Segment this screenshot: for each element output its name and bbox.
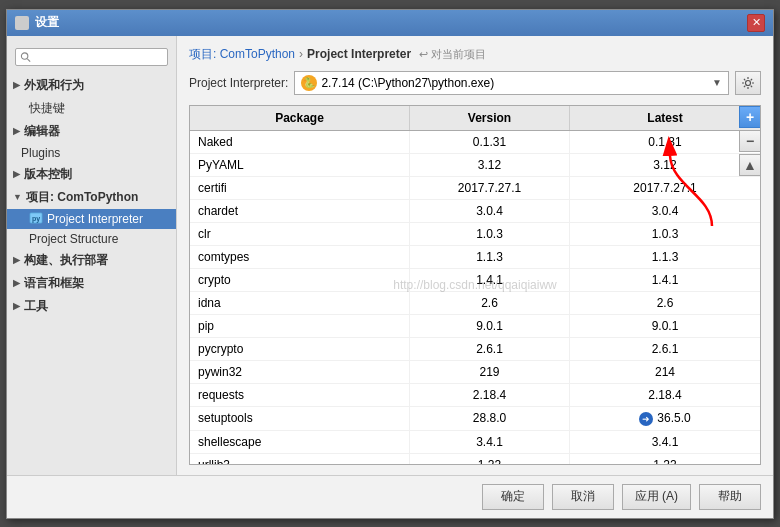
svg-point-4 (746, 80, 751, 85)
table-row[interactable]: setuptools28.8.0➜36.5.0 (190, 407, 760, 431)
table-row[interactable]: comtypes1.1.31.1.3 (190, 246, 760, 269)
cell-version: 2.18.4 (410, 384, 570, 406)
cell-latest: ➜36.5.0 (570, 407, 760, 430)
cell-latest: 1.4.1 (570, 269, 760, 291)
python-icon: 🐍 (301, 75, 317, 91)
cell-version: 28.8.0 (410, 407, 570, 430)
sidebar-item-tools[interactable]: ▶ 工具 (7, 295, 176, 318)
cell-package: shellescape (190, 431, 410, 453)
update-icon: ➜ (639, 412, 653, 426)
table-row[interactable]: urllib31.221.22 (190, 454, 760, 464)
table-body: Naked0.1.310.1.31PyYAML3.123.12certifi20… (190, 131, 760, 464)
close-button[interactable]: ✕ (747, 14, 765, 32)
add-package-button[interactable]: + (739, 106, 761, 128)
gear-icon (741, 76, 755, 90)
cell-latest: 1.0.3 (570, 223, 760, 245)
cell-version: 2.6.1 (410, 338, 570, 360)
interpreter-value: 2.7.14 (C:\Python27\python.exe) (321, 76, 708, 90)
cell-version: 3.0.4 (410, 200, 570, 222)
cell-version: 3.12 (410, 154, 570, 176)
cell-package: pycrypto (190, 338, 410, 360)
cell-latest: 1.1.3 (570, 246, 760, 268)
sidebar-item-keymap[interactable]: 快捷键 (7, 97, 176, 120)
sidebar-item-project[interactable]: ▼ 项目: ComToPython (7, 186, 176, 209)
cell-package: urllib3 (190, 454, 410, 464)
sidebar-item-build[interactable]: ▶ 构建、执行部署 (7, 249, 176, 272)
cell-version: 1.1.3 (410, 246, 570, 268)
cell-package: idna (190, 292, 410, 314)
cell-latest: 2.18.4 (570, 384, 760, 406)
title-bar-left: 设置 (15, 14, 59, 31)
main-content: 项目: ComToPython › Project Interpreter ↩ … (177, 36, 773, 475)
table-row[interactable]: chardet3.0.43.0.4 (190, 200, 760, 223)
table-row[interactable]: pip9.0.19.0.1 (190, 315, 760, 338)
table-row[interactable]: certifi2017.7.27.12017.7.27.1 (190, 177, 760, 200)
cell-package: certifi (190, 177, 410, 199)
table-row[interactable]: crypto1.4.11.4.1 (190, 269, 760, 292)
arrow-icon: ▶ (13, 301, 20, 311)
sidebar-item-plugins[interactable]: Plugins (7, 143, 176, 163)
cancel-button[interactable]: 取消 (552, 484, 614, 510)
table-row[interactable]: pywin32219214 (190, 361, 760, 384)
cell-latest: 2017.7.27.1 (570, 177, 760, 199)
arrow-icon: ▶ (13, 80, 20, 90)
cell-latest: 2.6 (570, 292, 760, 314)
sidebar-item-languages[interactable]: ▶ 语言和框架 (7, 272, 176, 295)
sidebar-item-project-structure[interactable]: Project Structure (7, 229, 176, 249)
search-input[interactable] (31, 51, 163, 63)
cell-package: PyYAML (190, 154, 410, 176)
table-header: Package Version Latest (190, 106, 760, 131)
table-row[interactable]: PyYAML3.123.12 (190, 154, 760, 177)
arrow-icon: ▶ (13, 169, 20, 179)
dialog-icon (15, 16, 29, 30)
breadcrumb: 项目: ComToPython › Project Interpreter ↩ … (189, 46, 761, 63)
remove-package-button[interactable]: − (739, 130, 761, 152)
cell-version: 1.4.1 (410, 269, 570, 291)
interpreter-icon: py (29, 212, 43, 226)
interpreter-label: Project Interpreter: (189, 76, 288, 90)
cell-package: chardet (190, 200, 410, 222)
cell-latest: 3.12 (570, 154, 760, 176)
cell-latest: 214 (570, 361, 760, 383)
sidebar-item-editor[interactable]: ▶ 编辑器 (7, 120, 176, 143)
table-row[interactable]: clr1.0.31.0.3 (190, 223, 760, 246)
search-box[interactable] (15, 48, 168, 66)
interpreter-select[interactable]: 🐍 2.7.14 (C:\Python27\python.exe) ▼ (294, 71, 729, 95)
table-side-buttons: + − ▲ (739, 106, 761, 176)
breadcrumb-note: ↩ 对当前项目 (419, 47, 486, 62)
package-table: Package Version Latest Naked0.1.310.1.31… (189, 105, 761, 465)
help-button[interactable]: 帮助 (699, 484, 761, 510)
dropdown-arrow-icon: ▼ (712, 77, 722, 88)
table-row[interactable]: pycrypto2.6.12.6.1 (190, 338, 760, 361)
apply-button[interactable]: 应用 (A) (622, 484, 691, 510)
table-row[interactable]: shellescape3.4.13.4.1 (190, 431, 760, 454)
ok-button[interactable]: 确定 (482, 484, 544, 510)
cell-package: pip (190, 315, 410, 337)
interpreter-settings-button[interactable] (735, 71, 761, 95)
sidebar-item-vcs[interactable]: ▶ 版本控制 (7, 163, 176, 186)
search-icon (20, 51, 31, 63)
cell-version: 2017.7.27.1 (410, 177, 570, 199)
cell-package: requests (190, 384, 410, 406)
breadcrumb-current: Project Interpreter (307, 47, 411, 61)
settings-dialog: 设置 ✕ ▶ 外观和行为 快捷键 ▶ 编辑器 (6, 9, 774, 519)
svg-line-1 (27, 58, 30, 61)
col-package: Package (190, 106, 410, 130)
table-row[interactable]: idna2.62.6 (190, 292, 760, 315)
sidebar-item-project-interpreter[interactable]: py Project Interpreter (7, 209, 176, 229)
table-row[interactable]: Naked0.1.310.1.31 (190, 131, 760, 154)
cell-package: comtypes (190, 246, 410, 268)
cell-package: setuptools (190, 407, 410, 430)
upgrade-package-button[interactable]: ▲ (739, 154, 761, 176)
cell-version: 9.0.1 (410, 315, 570, 337)
sidebar-item-appearance[interactable]: ▶ 外观和行为 (7, 74, 176, 97)
breadcrumb-project[interactable]: 项目: ComToPython (189, 46, 295, 63)
svg-point-0 (21, 52, 27, 58)
cell-package: pywin32 (190, 361, 410, 383)
cell-version: 219 (410, 361, 570, 383)
cell-package: Naked (190, 131, 410, 153)
title-bar: 设置 ✕ (7, 10, 773, 36)
table-row[interactable]: requests2.18.42.18.4 (190, 384, 760, 407)
arrow-icon: ▼ (13, 192, 22, 202)
svg-text:py: py (32, 215, 40, 223)
